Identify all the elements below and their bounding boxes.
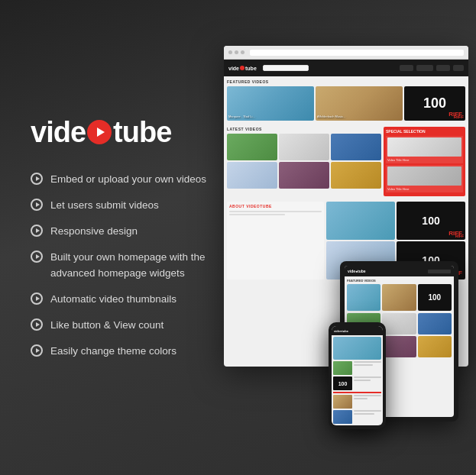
latest-label: LATEST VIDEOS (227, 127, 381, 131)
featured-overlay-1: Marquee - 'Bad Li... (228, 115, 312, 119)
bottom-thumb-1 (326, 202, 395, 240)
browser-bar (224, 46, 468, 60)
about-text-2 (229, 214, 285, 215)
feature-item-7: Easily change theme colors (31, 344, 229, 359)
featured-grid: Marquee - 'Bad Li... Affolderbach Music.… (227, 86, 465, 121)
side-text-1: Video Title Here (387, 158, 461, 162)
phone-list-4 (333, 410, 381, 424)
tablet-featured: 100 (347, 284, 452, 311)
nav-item-browse (416, 65, 433, 71)
tablet-grid-2 (382, 313, 416, 334)
logo-suffix: tube (113, 116, 171, 149)
main-col: LATEST VIDEOS (227, 127, 381, 196)
browser-dot-2 (235, 50, 238, 54)
featured-thumb-1: Marquee - 'Bad Li... (227, 86, 314, 121)
nav-item-blog (436, 65, 450, 71)
side-video-1: Video Title Here (386, 136, 463, 163)
featured-thumb-2: Affolderbach Music... (316, 86, 403, 121)
tablet-featured-label: FEATURED VIDEOS (347, 279, 452, 283)
search-bar-small (263, 65, 309, 71)
phone-list-thumb-3 (333, 395, 352, 409)
nav-item-home (400, 65, 413, 71)
logo: vide tube (31, 116, 229, 149)
latest-special-layout: LATEST VIDEOS SPECIAL SELECTION (224, 127, 468, 196)
featured-thumb-3: 100 RIFF (404, 86, 465, 121)
browser-dot-1 (228, 50, 232, 54)
bullet-icon-6 (31, 318, 43, 331)
phone-mockup: vide●tube 100 (329, 322, 386, 429)
feature-text-2: Let users submit videos (50, 198, 159, 213)
phone-list-thumb-1 (333, 361, 352, 375)
feature-item-5: Automatic video thumbnails (31, 292, 229, 307)
featured-label: FEATURED VIDEOS (227, 79, 465, 84)
about-text-col: ABOUT VIDEOTUBE (227, 202, 324, 280)
tablet-thumb-1 (347, 284, 380, 311)
site-nav (400, 65, 464, 71)
latest-thumb-1 (227, 134, 277, 160)
tablet-grid-5 (382, 336, 416, 357)
main-container: vide tube Embed or upload your own video… (0, 0, 476, 475)
latest-thumb-5 (279, 162, 329, 189)
phone-list-thumb-2: 100 (333, 376, 352, 390)
site-header: videtube (224, 60, 468, 76)
tablet-grid-3 (418, 313, 452, 334)
logo-prefix: vide (31, 116, 86, 149)
featured-section: FEATURED VIDEOS Marquee - 'Bad Li... Aff… (224, 76, 468, 127)
phone-list-text-4 (354, 410, 381, 424)
bullet-icon-2 (31, 199, 43, 211)
feature-text-5: Automatic video thumbnails (50, 292, 176, 307)
phone-header: vide●tube (332, 326, 383, 335)
phone-list-thumb-4 (333, 410, 352, 424)
tablet-logo: vide●tube (348, 269, 366, 273)
phone-list-2: 100 (333, 376, 381, 390)
feature-item-4: Built your own homepage with the advance… (31, 250, 229, 281)
phone-list-1 (333, 361, 381, 375)
browser-dot-3 (241, 50, 244, 54)
feature-text-4: Built your own homepage with the advance… (50, 250, 229, 281)
feature-text-3: Responsive design (50, 224, 138, 239)
latest-thumb-6 (331, 162, 381, 189)
tablet-thumb-2 (382, 284, 416, 311)
bullet-icon-7 (31, 344, 43, 357)
phone-screen: vide●tube 100 (332, 326, 383, 425)
latest-thumb-2 (279, 134, 329, 160)
site-logo-small: videtube (228, 66, 257, 71)
phone-list-text-2 (354, 376, 381, 390)
nav-item-more (453, 65, 464, 71)
bullet-icon-1 (31, 173, 43, 185)
feature-item-1: Embed or upload your own videos (31, 172, 229, 187)
right-panel: videtube FEATURED VIDEOS (229, 31, 461, 444)
latest-grid (227, 134, 381, 189)
phone-red-bar (333, 392, 381, 393)
side-thumb-2 (387, 166, 461, 186)
feature-item-6: Like button & View count (31, 318, 229, 333)
logo-play-icon (87, 120, 112, 144)
left-panel: vide tube Embed or upload your own video… (31, 116, 229, 360)
about-label: ABOUT VIDEOTUBE (229, 204, 322, 208)
bullet-icon-4 (31, 250, 43, 263)
features-list: Embed or upload your own videos Let user… (31, 172, 229, 360)
phone-list-text-1 (354, 361, 381, 375)
bottom-thumb-2: 100 RIFF (397, 202, 465, 240)
feature-item-3: Responsive design (31, 224, 229, 239)
site-logo-play (240, 66, 244, 70)
feature-text-6: Like button & View count (50, 318, 164, 333)
bullet-icon-3 (31, 225, 43, 237)
tablet-grid-6 (418, 336, 452, 357)
phone-list-3 (333, 395, 381, 409)
phone-hero-thumb (333, 337, 381, 360)
feature-text-7: Easily change theme colors (50, 344, 176, 359)
special-label: SPECIAL SELECTION (386, 129, 463, 134)
latest-thumb-4 (227, 162, 277, 189)
tablet-thumb-3: 100 (418, 284, 452, 311)
side-thumb-1 (387, 137, 461, 157)
phone-list-text-3 (354, 395, 381, 409)
side-video-2: Video Title Here (386, 165, 463, 192)
featured-overlay-2: Affolderbach Music... (317, 115, 401, 119)
phone-logo: vide●tube (334, 329, 348, 333)
about-text-1 (229, 211, 322, 212)
side-col: SPECIAL SELECTION Video Title Here Video… (384, 127, 465, 196)
phone-content: 100 (332, 335, 383, 425)
feature-text-1: Embed or upload your own videos (50, 172, 206, 187)
feature-item-2: Let users submit videos (31, 198, 229, 213)
